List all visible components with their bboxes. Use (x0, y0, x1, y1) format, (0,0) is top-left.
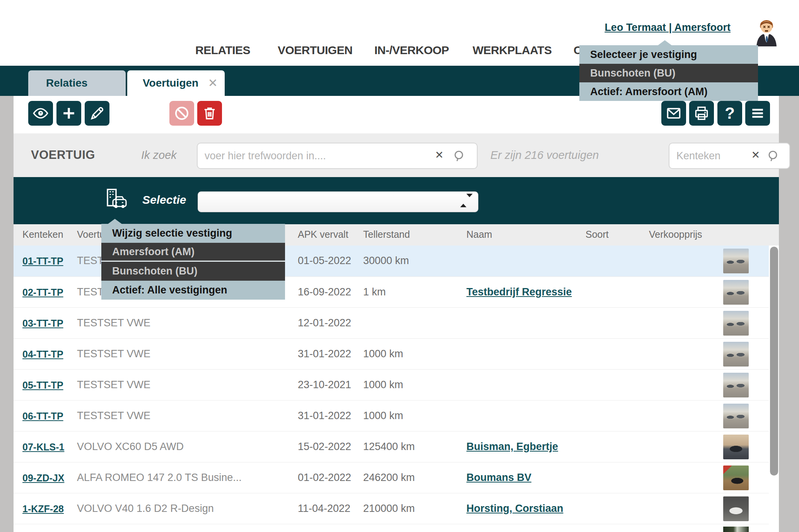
apk-date: 16-09-2022 (298, 286, 351, 298)
odometer-value: 30000 km (363, 255, 409, 267)
selectie-band: Selectie (14, 177, 779, 224)
vehicle-photo[interactable] (723, 373, 749, 397)
vehicle-name: TESTSET VWE (77, 317, 150, 329)
help-button[interactable]: ? (717, 101, 742, 126)
search-prompt: Ik zoek (141, 149, 177, 162)
kenteken-link[interactable]: 04-TT-TP (22, 349, 63, 360)
search-icon[interactable] (452, 149, 467, 165)
apk-date: 15-02-2022 (298, 441, 351, 453)
vestiging-dropdown-header: Selecteer je vestiging (579, 45, 758, 64)
search-icon[interactable] (766, 149, 781, 165)
kenteken-link[interactable]: 07-KLS-1 (22, 442, 64, 453)
kenteken-search-input[interactable] (676, 143, 750, 168)
user-branch-link[interactable]: Leo Termaat | Amersfoort (604, 22, 731, 34)
col-soort: Soort (586, 229, 609, 240)
branch-vehicles-icon[interactable] (105, 188, 129, 213)
envelope-icon (665, 105, 682, 122)
clear-icon[interactable]: ✕ (751, 149, 760, 161)
kenteken-link[interactable]: 03-TT-TP (22, 318, 63, 329)
odometer-value: 246200 km (363, 472, 415, 484)
kenteken-link[interactable]: 1-KZF-28 (22, 503, 64, 515)
hamburger-icon (749, 105, 766, 122)
page-margin-left (0, 96, 14, 532)
owner-link[interactable]: Boumans BV (466, 472, 531, 484)
col-naam: Naam (466, 229, 492, 240)
trash-icon (201, 105, 218, 121)
printer-icon (693, 105, 710, 122)
print-button[interactable] (689, 101, 714, 126)
page-title: VOERTUIG (31, 148, 95, 162)
kenteken-link[interactable]: 02-TT-TP (22, 287, 63, 298)
vehicle-photo[interactable] (723, 496, 749, 521)
ban-icon (173, 105, 190, 122)
selectie-dropdown: Wijzig selectie vestiging Amersfoort (AM… (101, 224, 285, 300)
table-row: 09-ZD-JX ALFA ROMEO 147 2.0 TS Busine...… (14, 462, 769, 493)
kenteken-link[interactable]: 05-TT-TP (22, 380, 63, 391)
selectie-dropdown-header: Wijzig selectie vestiging (101, 224, 285, 243)
apk-date: 12-01-2022 (298, 317, 351, 329)
menu-button[interactable] (745, 101, 770, 126)
apk-date: 31-01-2022 (298, 410, 351, 422)
tab-relaties[interactable]: Relaties (28, 70, 126, 96)
toolbar: ? (14, 96, 779, 133)
vehicle-photo[interactable] (723, 466, 749, 490)
vehicle-photo[interactable] (723, 435, 749, 459)
menu-item-actief-amersfoort[interactable]: Actief: Amersfoort (AM) (579, 82, 758, 101)
vehicle-photo[interactable] (723, 280, 749, 305)
table-row: 07-KLS-1 VOLVO XC60 D5 AWD 15-02-2022 12… (14, 431, 769, 462)
nav-relaties[interactable]: RELATIES (195, 42, 250, 59)
vehicle-photo[interactable] (723, 342, 749, 367)
tab-voertuigen-label: Voertuigen (143, 77, 198, 89)
keyword-search-input[interactable] (205, 143, 421, 168)
owner-link[interactable]: Horsting, Corstiaan (466, 503, 563, 515)
mail-button[interactable] (661, 101, 686, 126)
menu-item-bunschoten[interactable]: Bunschoten (BU) (579, 64, 758, 82)
user-avatar[interactable] (753, 19, 780, 47)
view-button[interactable] (28, 101, 53, 126)
vehicle-photo[interactable] (723, 404, 749, 428)
table-row: 06-TT-TP TESTSET VWE 31-01-2022 1000 km (14, 400, 769, 431)
tab-relaties-label: Relaties (46, 77, 87, 89)
tab-voertuigen[interactable]: Voertuigen ✕ (127, 70, 225, 96)
kenteken-link[interactable]: 06-TT-TP (22, 411, 63, 422)
selectie-select[interactable] (198, 191, 478, 212)
close-icon[interactable]: ✕ (208, 70, 218, 96)
nav-in-verkoop[interactable]: IN-/VERKOOP (374, 42, 449, 59)
menu-item-amersfoort[interactable]: Amersfoort (AM) (101, 243, 285, 262)
question-icon: ? (725, 104, 735, 123)
vehicle-photo[interactable] (723, 311, 749, 336)
col-kenteken: Kenteken (22, 229, 63, 240)
result-count: Er zijn 216 voertuigen (490, 149, 599, 162)
pencil-icon (89, 105, 106, 122)
owner-link[interactable]: Buisman, Egbertje (466, 441, 558, 453)
block-button[interactable] (169, 101, 194, 126)
odometer-value: 1000 km (363, 348, 403, 360)
selectie-label: Selectie (142, 193, 186, 206)
vehicle-photo[interactable] (723, 249, 749, 273)
col-tellerstand: Tellerstand (363, 229, 410, 240)
plus-icon (60, 105, 77, 122)
col-apk-vervalt: APK vervalt (298, 229, 348, 240)
menu-item-bunschoten[interactable]: Bunschoten (BU) (101, 262, 285, 281)
odometer-value: 1000 km (363, 410, 403, 422)
dropdown-caret-icon (108, 219, 122, 224)
menu-item-actief-alle[interactable]: Actief: Alle vestigingen (101, 281, 285, 300)
nav-voertuigen[interactable]: VOERTUIGEN (278, 42, 352, 59)
clear-icon[interactable]: ✕ (435, 149, 444, 161)
vehicle-name: TESTSET VWE (77, 379, 150, 391)
kenteken-link[interactable]: 09-ZD-JX (22, 472, 64, 484)
vehicle-name: VOLVO V40 1.6 D2 R-Design (77, 503, 214, 515)
nav-werkplaats[interactable]: WERKPLAATS (473, 42, 551, 59)
odometer-value: 210000 km (363, 503, 415, 515)
dropdown-caret-icon (657, 40, 672, 46)
owner-link[interactable]: Testbedrijf Regressie (466, 286, 572, 298)
delete-button[interactable] (197, 101, 222, 126)
kenteken-search-field: ✕ (669, 143, 790, 169)
add-button[interactable] (56, 101, 81, 126)
vertical-scrollbar[interactable] (770, 247, 778, 476)
kenteken-link[interactable]: 01-TT-TP (22, 256, 63, 267)
table-row: 04-TT-TP TESTSET VWE 31-01-2022 1000 km (14, 338, 769, 369)
vehicle-name: ALFA ROMEO 147 2.0 TS Busine... (77, 472, 242, 484)
eye-icon (32, 105, 49, 122)
edit-button[interactable] (85, 101, 109, 126)
